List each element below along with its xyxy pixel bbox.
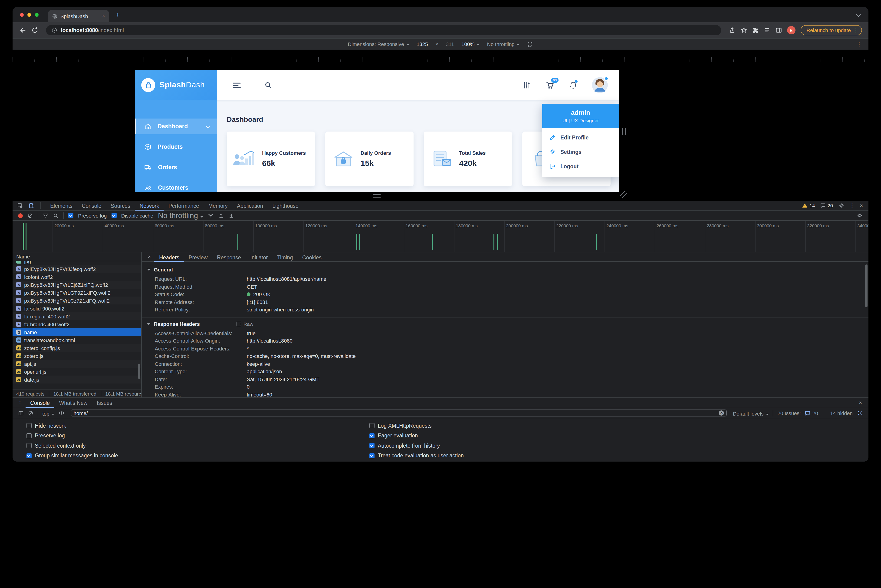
network-request-row[interactable]: JSdate.js <box>12 376 141 384</box>
console-setting-group-similar-messages-in-console[interactable]: Group similar messages in console <box>27 451 118 460</box>
disable-cache-checkbox-checked[interactable] <box>111 213 117 218</box>
throttling-selector[interactable]: No throttling <box>487 41 520 47</box>
console-sidebar-toggle-icon[interactable] <box>18 410 24 416</box>
log-levels-selector[interactable]: Default levels <box>733 409 769 417</box>
network-request-row[interactable]: ApxiByp8kv8JHgFVrLEj6Z1xlFQ.woff2 <box>12 281 141 289</box>
checkbox-checked[interactable] <box>369 453 375 458</box>
preserve-log-checkbox-checked[interactable] <box>68 213 73 218</box>
console-setting-autocomplete-from-history[interactable]: Autocomplete from history <box>369 441 464 451</box>
checkbox-unchecked[interactable] <box>27 423 31 428</box>
import-har-icon[interactable] <box>219 213 224 218</box>
checkbox-unchecked[interactable] <box>27 443 31 448</box>
clear-filter-icon[interactable]: × <box>719 411 724 416</box>
devtools-tab-application[interactable]: Application <box>232 201 268 211</box>
relaunch-to-update-button[interactable]: Relaunch to update ⋮ <box>800 25 862 35</box>
user-menu-item-edit-profile[interactable]: Edit Profile <box>542 130 619 144</box>
tab-search-chevron-icon[interactable] <box>856 12 861 17</box>
console-tab-console[interactable]: Console <box>25 398 54 408</box>
window-minimize-button[interactable] <box>27 13 31 16</box>
profile-avatar[interactable]: E <box>787 26 795 34</box>
extensions-puzzle-icon[interactable] <box>752 27 758 33</box>
viewport-resize-handle-right[interactable] <box>622 128 626 135</box>
rotate-viewport-icon[interactable] <box>527 41 533 47</box>
request-list-name-header[interactable]: Name <box>12 252 141 261</box>
address-bar[interactable]: localhost:8080/index.html <box>46 25 721 35</box>
detail-tab-headers[interactable]: Headers <box>154 252 184 262</box>
sidebar-item-customers[interactable]: Customers <box>135 180 217 192</box>
network-request-row[interactable]: Ijpg <box>12 261 141 265</box>
user-menu-item-settings[interactable]: Settings <box>542 144 619 159</box>
devtools-tab-elements[interactable]: Elements <box>45 201 77 211</box>
filter-funnel-icon[interactable] <box>43 213 48 218</box>
notifications-bell-icon[interactable] <box>569 81 577 89</box>
network-request-row[interactable]: {}name <box>12 328 141 336</box>
checkbox-checked[interactable] <box>369 443 375 448</box>
device-toolbar-toggle-icon[interactable] <box>29 202 35 208</box>
tab-close-icon[interactable]: × <box>102 14 105 19</box>
record-network-log-button[interactable] <box>18 213 23 218</box>
devtools-tab-sources[interactable]: Sources <box>106 201 135 211</box>
reload-button[interactable] <box>31 27 38 33</box>
devtools-tab-network[interactable]: Network <box>135 201 164 211</box>
zoom-selector[interactable]: 100% <box>461 41 479 47</box>
menu-hamburger-icon[interactable] <box>232 82 241 88</box>
devtools-settings-gear-icon[interactable] <box>838 202 844 208</box>
drawer-menu-kebab-icon[interactable]: ⋮ <box>17 400 23 405</box>
sidebar-item-orders[interactable]: Orders <box>135 159 217 175</box>
console-setting-treat-code-evaluation-as-user-action[interactable]: Treat code evaluation as user action <box>369 451 464 460</box>
issues-label[interactable]: 20 Issues: <box>778 410 801 416</box>
messages-counter[interactable]: 20 <box>820 202 833 208</box>
devtools-menu-kebab-icon[interactable]: ⋮ <box>849 202 855 208</box>
inspect-element-icon[interactable] <box>17 202 23 208</box>
network-request-row[interactable]: JSzotero_config.js <box>12 344 141 352</box>
cart-icon[interactable]: 03 <box>545 81 554 89</box>
warnings-counter[interactable]: 14 <box>802 202 815 208</box>
bookmark-star-icon[interactable] <box>740 27 747 33</box>
close-detail-icon[interactable]: × <box>148 254 151 260</box>
devtools-tab-memory[interactable]: Memory <box>204 201 232 211</box>
request-list-scrollbar[interactable] <box>138 364 140 379</box>
network-request-row[interactable]: Afa-solid-900.woff2 <box>12 304 141 312</box>
viewport-width-input[interactable]: 1325 <box>417 41 428 47</box>
detail-tab-response[interactable]: Response <box>212 252 246 262</box>
console-setting-log-xmlhttprequests[interactable]: Log XMLHttpRequests <box>369 421 464 430</box>
checkbox-unchecked[interactable] <box>27 433 31 438</box>
console-setting-selected-context-only[interactable]: Selected context only <box>27 441 118 451</box>
network-request-row[interactable]: ApxiEyp8kv8JHgFVrJJfecg.woff2 <box>12 265 141 273</box>
checkbox-unchecked[interactable] <box>369 423 375 428</box>
sidebar-item-products[interactable]: Products <box>135 139 217 155</box>
general-section-header[interactable]: General <box>142 266 869 274</box>
detail-tab-initiator[interactable]: Initiator <box>246 252 272 262</box>
network-request-row[interactable]: ApxiByp8kv8JHgFVrLCz7Z1xlFQ.woff2 <box>12 297 141 304</box>
network-request-row[interactable]: Afa-regular-400.woff2 <box>12 312 141 320</box>
window-close-button[interactable] <box>20 13 24 16</box>
dimensions-selector[interactable]: Dimensions: Responsive <box>348 41 409 47</box>
network-request-row[interactable]: Aicofont.woff2 <box>12 273 141 281</box>
console-tab-issues[interactable]: Issues <box>92 398 117 408</box>
preserve-log-label[interactable]: Preserve log <box>78 213 107 218</box>
disable-cache-label[interactable]: Disable cache <box>121 213 153 218</box>
user-avatar[interactable] <box>592 77 608 93</box>
back-button[interactable] <box>19 27 27 34</box>
app-logo[interactable]: SplashDash <box>135 70 217 100</box>
clear-network-log-icon[interactable] <box>27 213 33 218</box>
network-request-row[interactable]: JSzotero.js <box>12 352 141 360</box>
sidebar-item-dashboard[interactable]: Dashboard <box>135 118 217 134</box>
new-tab-button[interactable]: + <box>116 11 120 19</box>
console-setting-hide-network[interactable]: Hide network <box>27 421 118 430</box>
checkbox-checked[interactable] <box>27 453 31 458</box>
detail-tab-timing[interactable]: Timing <box>273 252 298 262</box>
console-settings-gear-icon[interactable] <box>857 410 863 416</box>
detail-tab-preview[interactable]: Preview <box>184 252 212 262</box>
console-setting-eager-evaluation[interactable]: Eager evaluation <box>369 430 464 441</box>
issues-counter[interactable]: 20 <box>805 410 818 416</box>
site-info-icon[interactable] <box>52 27 57 33</box>
viewport-height-input[interactable]: 311 <box>446 41 454 47</box>
browser-tab[interactable]: SplashDash × <box>48 10 109 22</box>
viewport-resize-handle-bottom[interactable] <box>373 194 381 198</box>
hidden-messages-label[interactable]: 14 hidden <box>830 410 853 416</box>
drawer-close-icon[interactable]: × <box>859 400 862 405</box>
device-toolbar-menu-kebab-icon[interactable]: ⋮ <box>856 41 862 47</box>
network-conditions-wifi-icon[interactable] <box>208 212 214 219</box>
network-request-row[interactable]: <>translateSandbox.html <box>12 336 141 344</box>
